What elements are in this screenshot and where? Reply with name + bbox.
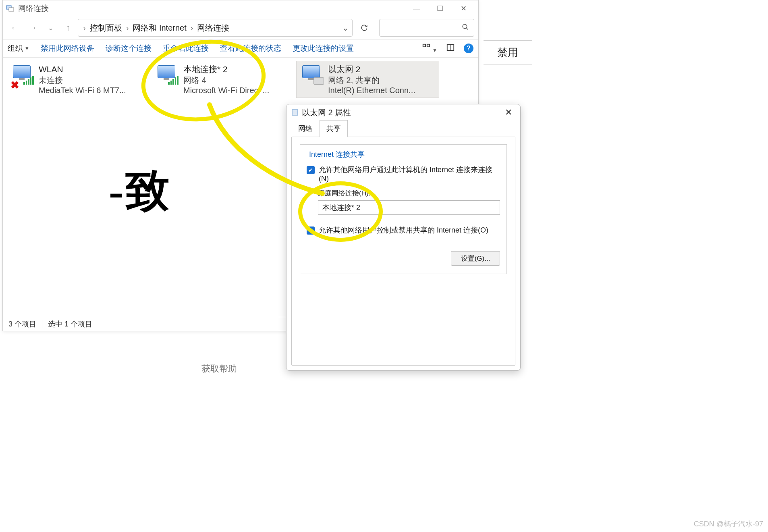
- svg-rect-5: [423, 44, 426, 46]
- svg-rect-9: [292, 110, 298, 115]
- forward-button[interactable]: →: [25, 20, 41, 36]
- handwriting-annotation: -致: [109, 161, 171, 221]
- wifi-disconnected-icon: ✖: [10, 64, 35, 88]
- command-bar: 组织▼ 禁用此网络设备 诊断这个连接 重命名此连接 查看此连接的状态 更改此连接…: [3, 39, 478, 58]
- breadcrumb-item[interactable]: 网络和 Internet: [130, 22, 189, 34]
- wifi-icon: [155, 64, 179, 88]
- tab-network[interactable]: 网络: [291, 120, 320, 137]
- connection-status: 网络 2, 共享的: [328, 75, 415, 85]
- preview-pane-icon[interactable]: [446, 43, 455, 54]
- item-count: 3 个项目: [8, 319, 36, 329]
- svg-rect-6: [427, 44, 430, 46]
- address-bar[interactable]: › 控制面板 › 网络和 Internet › 网络连接 ⌄: [78, 19, 353, 37]
- titlebar: 网络连接 — ☐ ✕: [3, 0, 478, 17]
- breadcrumb-sep: ›: [125, 23, 130, 33]
- connection-status: 未连接: [39, 75, 126, 85]
- window-controls: — ☐ ✕: [405, 0, 475, 17]
- nav-bar: ← → ⌄ ↑ › 控制面板 › 网络和 Internet › 网络连接 ⌄: [3, 17, 478, 39]
- help-icon[interactable]: ?: [464, 44, 473, 53]
- address-dropdown-icon[interactable]: ⌄: [342, 23, 349, 33]
- window-title: 网络连接: [18, 3, 49, 14]
- ics-group: Internet 连接共享 ✔ 允许其他网络用户通过此计算机的 Internet…: [300, 144, 507, 274]
- refresh-button[interactable]: [354, 19, 374, 36]
- svg-rect-1: [9, 8, 14, 11]
- home-network-dropdown[interactable]: 本地连接* 2: [318, 200, 500, 215]
- allow-connect-label: 允许其他网络用户通过此计算机的 Internet 连接来连接(N): [319, 165, 500, 183]
- diagnose-button[interactable]: 诊断这个连接: [106, 43, 152, 54]
- minimize-button[interactable]: —: [405, 0, 428, 17]
- connection-item-wlan[interactable]: ✖ WLAN 未连接 MediaTek Wi-Fi 6 MT7...: [7, 61, 150, 98]
- svg-line-4: [466, 28, 468, 30]
- connection-item-local2[interactable]: 本地连接* 2 网络 4 Microsoft Wi-Fi Direct ...: [152, 61, 295, 98]
- svg-point-3: [463, 24, 467, 29]
- side-disable-button[interactable]: 禁用: [484, 40, 532, 64]
- selected-count: 选中 1 个项目: [48, 319, 92, 329]
- change-settings-button[interactable]: 更改此连接的设置: [293, 43, 354, 54]
- breadcrumb-sep: ›: [82, 23, 87, 33]
- breadcrumb-sep: ›: [190, 23, 194, 33]
- breadcrumb-item[interactable]: 网络连接: [195, 22, 232, 34]
- view-options-icon[interactable]: ▼: [422, 43, 437, 54]
- search-icon: [462, 23, 469, 32]
- dialog-titlebar: 以太网 2 属性 ✕: [286, 104, 520, 121]
- organize-menu[interactable]: 组织▼: [8, 43, 29, 54]
- connection-device: MediaTek Wi-Fi 6 MT7...: [39, 85, 126, 95]
- history-dropdown[interactable]: ⌄: [42, 20, 58, 36]
- ethernet-properties-dialog: 以太网 2 属性 ✕ 网络 共享 Internet 连接共享 ✔ 允许其他网络用…: [286, 104, 521, 371]
- connection-name: 以太网 2: [328, 64, 415, 75]
- dialog-body: Internet 连接共享 ✔ 允许其他网络用户通过此计算机的 Internet…: [291, 137, 515, 366]
- connection-name: WLAN: [39, 64, 126, 75]
- dialog-title: 以太网 2 属性: [302, 107, 351, 118]
- allow-control-checkbox[interactable]: ✔: [307, 227, 315, 235]
- dialog-tabs: 网络 共享: [286, 121, 520, 137]
- tab-sharing[interactable]: 共享: [320, 120, 348, 137]
- connection-item-ethernet2[interactable]: 以太网 2 网络 2, 共享的 Intel(R) Ethernet Conn..…: [296, 61, 439, 98]
- allow-connect-checkbox[interactable]: ✔: [307, 166, 315, 174]
- connection-name: 本地连接* 2: [183, 64, 269, 75]
- statusbar-separator: [42, 320, 42, 328]
- connection-device: Intel(R) Ethernet Conn...: [328, 85, 415, 95]
- ethernet-icon: [300, 64, 324, 88]
- search-box[interactable]: [379, 19, 474, 37]
- breadcrumb-item[interactable]: 控制面板: [87, 22, 125, 34]
- home-network-label: 家庭网络连接(H):: [318, 189, 500, 198]
- connection-device: Microsoft Wi-Fi Direct ...: [183, 85, 269, 95]
- adapter-icon: [291, 109, 299, 116]
- maximize-button[interactable]: ☐: [428, 0, 452, 17]
- dialog-close-button[interactable]: ✕: [502, 106, 515, 119]
- connection-status: 网络 4: [183, 75, 269, 85]
- allow-control-label: 允许其他网络用户控制或禁用共享的 Internet 连接(O): [319, 225, 488, 235]
- watermark: CSDN @橘子汽水-97: [694, 519, 763, 529]
- view-status-button[interactable]: 查看此连接的状态: [220, 43, 281, 54]
- up-button[interactable]: ↑: [60, 20, 76, 36]
- window-icon: [6, 4, 14, 12]
- rename-button[interactable]: 重命名此连接: [163, 43, 209, 54]
- settings-button[interactable]: 设置(G)...: [451, 251, 500, 266]
- close-button[interactable]: ✕: [452, 0, 475, 17]
- group-title: Internet 连接共享: [307, 150, 367, 159]
- home-network-value: 本地连接* 2: [322, 203, 360, 212]
- partial-help-text: 获取帮助: [201, 363, 237, 375]
- disable-device-button[interactable]: 禁用此网络设备: [41, 43, 94, 54]
- back-button[interactable]: ←: [7, 20, 23, 36]
